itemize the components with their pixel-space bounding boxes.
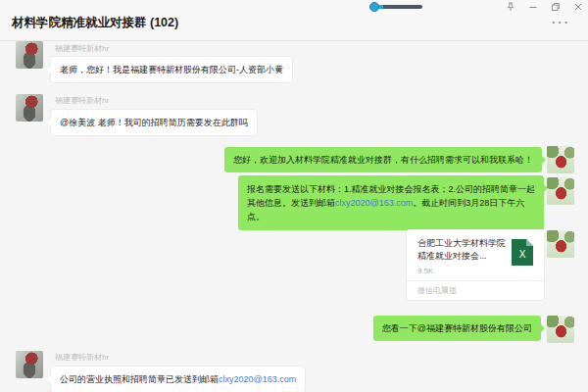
message-bubble: 您看一下@福建赛特新材股份有限公司 — [373, 316, 541, 341]
avatar[interactable] — [16, 41, 43, 69]
more-options-button[interactable]: ··· — [548, 16, 574, 29]
excel-file-icon: X — [512, 239, 533, 266]
avatar[interactable] — [547, 316, 574, 343]
window-controls — [505, 1, 584, 13]
slider-knob[interactable] — [369, 2, 379, 12]
file-title: 合肥工业大学材料学院精准就业对接会... — [417, 237, 510, 263]
slider-track[interactable] — [376, 5, 422, 9]
sender-name: 福建赛特新材hr — [55, 43, 109, 54]
avatar[interactable] — [16, 351, 43, 378]
pin-icon — [506, 2, 515, 12]
email-link[interactable]: clxy2020@163.com — [219, 374, 296, 384]
message-bubble: 您好，欢迎加入材料学院精准就业对接群，有什么招聘需求可以和我联系哈！ — [224, 147, 542, 172]
group-title: 材料学院精准就业对接群 (102) — [12, 15, 178, 31]
sender-name: 福建赛特新材hr — [55, 95, 109, 106]
pin-button[interactable] — [505, 2, 516, 13]
more-icon: ··· — [552, 15, 570, 29]
file-message-card[interactable]: 合肥工业大学材料学院精准就业对接会... X 9.5K 微信电脑版 — [407, 229, 544, 300]
minimize-icon — [528, 2, 538, 12]
minimize-button[interactable] — [527, 2, 539, 13]
avatar[interactable] — [547, 230, 574, 258]
avatar[interactable] — [547, 177, 574, 205]
wechat-window: 材料学院精准就业对接群 (102) ··· 福建赛特新材hr 老师，您好！我是福… — [0, 0, 588, 392]
email-link[interactable]: clxy2020@163.com — [335, 198, 413, 208]
close-button[interactable] — [572, 2, 584, 13]
file-size: 9.5K — [417, 267, 433, 275]
message-bubble: 老师，您好！我是福建赛特新材股份有限公司-人资部小黄 — [51, 57, 292, 82]
sender-name: 福建赛特新材hr — [55, 352, 109, 363]
chat-area: 福建赛特新材hr 老师，您好！我是福建赛特新材股份有限公司-人资部小黄 福建赛特… — [0, 41, 588, 392]
restore-icon — [551, 2, 561, 12]
message-bubble: 公司的营业执照和招聘简章已发送到邮箱clxy2020@163.com — [51, 367, 305, 392]
maximize-button[interactable] — [550, 2, 562, 13]
message-bubble: @徐美波 老师！我司的招聘简历需要发在此群吗 — [51, 110, 257, 135]
chat-header: 材料学院精准就业对接群 (102) ··· — [0, 0, 588, 41]
message-text: 公司的营业执照和招聘简章已发送到邮箱 — [60, 374, 219, 384]
overlay-slider[interactable] — [369, 2, 424, 12]
message-bubble: 报名需要发送以下材料：1.精准就业对接会报名表；2.公司的招聘简章一起其他信息。… — [238, 175, 544, 230]
avatar[interactable] — [547, 146, 574, 173]
avatar[interactable] — [16, 94, 43, 122]
excel-letter: X — [519, 249, 526, 260]
file-source: 微信电脑版 — [417, 285, 457, 296]
close-icon — [573, 2, 583, 12]
divider — [407, 280, 544, 281]
